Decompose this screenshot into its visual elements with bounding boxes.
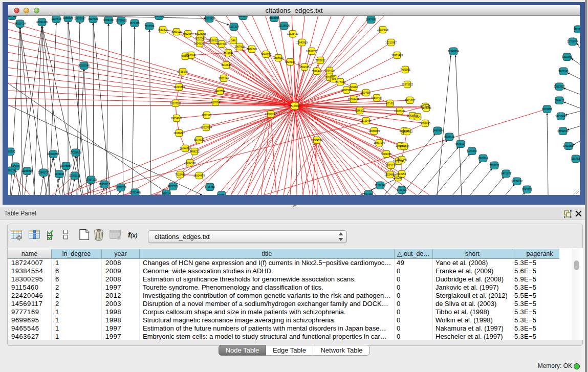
svg-text:15720407: 15720407 [360,119,372,122]
svg-text:8454749: 8454749 [247,48,257,51]
svg-text:9857721: 9857721 [168,185,178,188]
svg-text:9699695: 9699695 [420,122,430,125]
svg-text:7515526: 7515526 [144,25,155,28]
svg-text:14099488: 14099488 [184,161,195,164]
svg-text:15136141: 15136141 [375,184,386,187]
svg-text:10688609: 10688609 [368,129,380,133]
svg-text:2967608: 2967608 [234,45,245,48]
svg-text:21364436: 21364436 [348,98,359,101]
svg-text:9327508: 9327508 [216,42,227,46]
svg-text:14055714: 14055714 [14,22,26,25]
svg-text:12942737: 12942737 [38,171,49,174]
svg-text:910254: 910254 [398,172,406,176]
svg-text:7485063: 7485063 [400,68,410,71]
svg-text:9227343: 9227343 [558,70,569,73]
svg-text:1497710: 1497710 [154,16,164,17]
svg-text:7632621: 7632621 [489,164,499,167]
svg-text:20691406: 20691406 [36,20,48,24]
svg-text:8131054: 8131054 [238,16,248,17]
svg-text:16210643: 16210643 [555,115,567,118]
svg-text:1671355: 1671355 [129,21,140,25]
svg-text:1562615: 1562615 [299,65,310,69]
svg-text:2803144: 2803144 [219,77,229,80]
svg-text:18807249: 18807249 [374,141,385,144]
svg-text:8186323: 8186323 [209,39,219,42]
svg-text:7357224: 7357224 [229,25,239,28]
svg-text:18724007: 18724007 [289,104,300,107]
svg-text:39139: 39139 [8,169,15,172]
svg-text:62160: 62160 [386,102,394,105]
svg-text:7625402: 7625402 [175,173,185,176]
svg-text:1065326: 1065326 [63,16,73,19]
svg-text:9794024: 9794024 [324,69,335,72]
svg-text:18107552: 18107552 [170,102,181,105]
svg-text:9242845: 9242845 [221,63,231,67]
svg-text:10961755: 10961755 [306,50,317,53]
svg-text:9115460: 9115460 [421,106,431,110]
svg-text:8267115: 8267115 [202,114,211,117]
svg-text:16033809: 16033809 [204,17,215,20]
svg-text:520351: 520351 [217,193,226,195]
svg-text:6466160: 6466160 [103,18,114,21]
svg-text:9329966: 9329966 [562,55,572,58]
svg-text:116753: 116753 [572,157,580,160]
svg-text:7386322: 7386322 [355,109,365,112]
svg-text:19300293: 19300293 [265,113,276,116]
svg-text:98968: 98968 [182,55,189,58]
svg-text:12923446: 12923446 [129,191,141,194]
svg-text:9756928: 9756928 [399,145,409,148]
svg-text:8912954: 8912954 [183,32,193,35]
svg-text:1112734: 1112734 [574,28,580,31]
svg-text:3498222: 3498222 [189,150,200,153]
svg-text:1527602: 1527602 [88,17,98,20]
svg-text:8427552: 8427552 [215,90,225,93]
svg-text:8471676: 8471676 [501,172,511,175]
svg-text:9474444: 9474444 [467,149,477,152]
svg-text:12505135: 12505135 [69,174,80,177]
svg-text:10973493: 10973493 [391,54,403,57]
svg-text:9084067: 9084067 [381,152,391,156]
svg-text:53226058: 53226058 [195,32,206,35]
svg-text:3624554: 3624554 [361,91,371,94]
svg-text:1615132: 1615132 [386,164,396,167]
svg-text:10807487: 10807487 [371,96,382,99]
svg-text:1716485: 1716485 [205,185,215,188]
svg-text:16782759: 16782759 [115,186,126,189]
svg-text:17016504: 17016504 [563,144,574,147]
svg-text:1733426: 1733426 [397,188,407,191]
svg-text:10654112: 10654112 [511,180,522,183]
svg-text:1440954: 1440954 [432,129,443,132]
svg-text:8322037: 8322037 [285,60,295,63]
svg-text:20053346: 20053346 [78,64,90,67]
svg-text:546: 546 [231,39,236,42]
svg-text:1244415: 1244415 [554,99,564,102]
svg-text:15640910: 15640910 [296,41,308,44]
svg-text:252254: 252254 [394,176,403,179]
svg-text:19654923: 19654923 [401,130,412,133]
svg-text:2718176: 2718176 [178,70,188,73]
svg-text:417004: 417004 [211,101,220,104]
svg-text:7904: 7904 [415,115,420,118]
svg-text:9146821: 9146821 [261,53,271,56]
svg-text:16154808: 16154808 [377,28,388,31]
svg-text:545001: 545001 [11,165,20,168]
svg-text:2935114: 2935114 [478,157,488,160]
svg-text:7663822: 7663822 [158,28,168,31]
svg-text:7955812: 7955812 [315,59,325,62]
svg-text:10648784: 10648784 [448,50,459,53]
svg-text:11156819: 11156819 [21,169,33,172]
svg-text:12975115: 12975115 [402,83,413,86]
svg-text:12213369: 12213369 [173,85,185,89]
svg-text:6497568: 6497568 [341,89,352,92]
svg-text:10975857: 10975857 [60,164,72,167]
svg-text:16914479: 16914479 [193,174,205,177]
svg-text:8215955: 8215955 [542,107,552,111]
svg-text:19384554: 19384554 [311,139,322,142]
svg-text:1588520: 1588520 [273,56,284,59]
svg-text:1927513: 1927513 [51,17,61,20]
svg-text:19166827: 19166827 [173,132,185,135]
svg-text:817232: 817232 [364,192,373,195]
svg-text:2087319: 2087319 [8,16,17,17]
svg-text:10719155: 10719155 [116,19,127,22]
svg-text:19218506: 19218506 [278,24,290,27]
